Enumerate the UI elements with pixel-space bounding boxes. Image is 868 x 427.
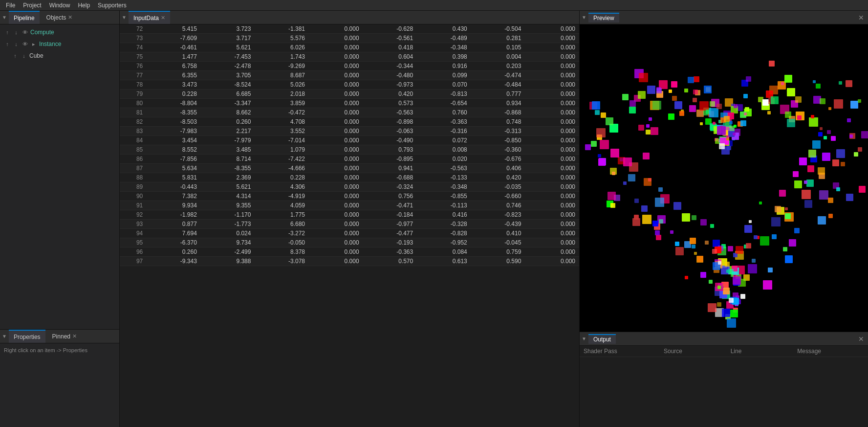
cell-value: 0.000 [525, 34, 579, 43]
cell-value: -0.895 [363, 155, 417, 164]
cube-particle [694, 252, 697, 255]
cube-particle [809, 117, 818, 127]
output-close-icon[interactable]: ✕ [856, 335, 866, 343]
cell-value: 0.748 [471, 117, 525, 127]
eye-icon-compute[interactable]: 👁 [22, 29, 28, 35]
cell-value: 0.000 [309, 257, 363, 266]
cell-value: -7.422 [255, 155, 309, 164]
cube-particle [794, 228, 800, 233]
cube-particle [858, 147, 862, 152]
cube-particle [806, 180, 814, 187]
cell-value: 0.024 [201, 229, 255, 238]
cube-particle [622, 94, 629, 100]
table-row: 74-0.4615.6216.0260.0000.418-0.3480.1050… [120, 43, 579, 52]
cube-particle [802, 190, 811, 199]
cell-value: 5.576 [255, 34, 309, 43]
cube-particle [652, 101, 661, 110]
cell-value: 0.410 [471, 229, 525, 238]
cell-value: -7.856 [147, 155, 201, 164]
cube-particle [612, 172, 615, 175]
cell-value: 0.000 [309, 24, 363, 34]
cell-value: 0.000 [309, 90, 363, 99]
up-arrow-icon-3: ↑ [12, 53, 19, 59]
cube-particle [762, 99, 769, 106]
cube-particle [639, 73, 648, 82]
cell-value: 0.000 [309, 220, 363, 229]
cell-value: 3.717 [201, 34, 255, 43]
cell-value: 3.454 [147, 136, 201, 145]
tab-pipeline[interactable]: Pipeline [9, 11, 40, 24]
cell-value: 3.859 [255, 99, 309, 108]
cell-value: 0.000 [525, 192, 579, 201]
cell-value: -3.078 [255, 257, 309, 266]
cell-value: 8.714 [201, 155, 255, 164]
cell-value: 0.604 [363, 52, 417, 62]
inputdata-close-icon[interactable]: ✕ [161, 15, 165, 21]
menu-help[interactable]: Help [74, 1, 94, 10]
cell-value: 8.687 [255, 71, 309, 80]
cube-particle [719, 143, 725, 149]
cell-value: 3.705 [201, 71, 255, 80]
row-index: 87 [120, 164, 147, 173]
preview-header: ▼ Preview ✕ [580, 11, 868, 24]
tree-item-compute[interactable]: ↑ ↓ 👁 Compute [0, 26, 119, 38]
cell-value: 0.084 [417, 247, 471, 257]
tab-preview[interactable]: Preview [588, 13, 619, 22]
tree-item-instance[interactable]: ↑ ↓ 👁 ▸ Instance [0, 38, 119, 50]
menu-project[interactable]: Project [19, 1, 45, 10]
cube-particle [740, 120, 746, 126]
output-header: ▼ Output ✕ [580, 332, 868, 346]
menu-window[interactable]: Window [45, 1, 74, 10]
objects-close-icon[interactable]: ✕ [68, 14, 72, 21]
cell-value: 0.000 [309, 164, 363, 173]
cell-value: -1.381 [255, 24, 309, 34]
tree-item-cube[interactable]: ↑ ↓ Cube [0, 50, 119, 62]
cell-value: 0.613 [417, 257, 471, 266]
cell-value: -8.503 [147, 117, 201, 127]
cell-value: -0.363 [363, 247, 417, 257]
cube-particle [793, 171, 799, 177]
cube-particle [684, 89, 688, 92]
compute-label: Compute [30, 29, 54, 36]
cube-particle [644, 178, 651, 186]
data-table-wrapper[interactable]: 725.4153.723-1.3810.000-0.6280.430-0.504… [120, 24, 579, 427]
eye-icon-instance[interactable]: 👁 [22, 41, 28, 47]
tab-objects[interactable]: Objects ✕ [42, 11, 78, 24]
main-layout: ▼ Pipeline Objects ✕ ↑ ↓ 👁 Compute ↑ ↓ 👁… [0, 11, 868, 427]
pinned-close-icon[interactable]: ✕ [72, 333, 77, 339]
cube-particle [646, 124, 650, 128]
tab-output[interactable]: Output [588, 334, 616, 344]
cell-value: -0.828 [417, 229, 471, 238]
cube-particle [771, 217, 781, 226]
tab-properties[interactable]: Properties [9, 330, 45, 343]
preview-close-icon[interactable]: ✕ [856, 14, 866, 22]
cell-value: -0.113 [417, 201, 471, 210]
cell-value: -0.133 [417, 173, 471, 182]
row-index: 79 [120, 90, 147, 99]
cell-value: 0.228 [255, 173, 309, 182]
cell-value: 0.000 [525, 80, 579, 90]
tab-pinned[interactable]: Pinned ✕ [47, 330, 82, 343]
cell-value: 0.000 [309, 229, 363, 238]
cell-value: 0.760 [417, 108, 471, 117]
cube-particle [769, 61, 775, 67]
tab-inputdata[interactable]: InputData ✕ [129, 11, 170, 24]
cube-particle [634, 199, 639, 203]
menu-supporters[interactable]: Supporters [94, 1, 130, 10]
cube-particle [733, 133, 736, 135]
row-index: 76 [120, 62, 147, 71]
cell-value: 6.758 [147, 62, 201, 71]
cell-value: -0.628 [363, 24, 417, 34]
cube-particle [745, 107, 749, 112]
cube-particle [771, 96, 779, 104]
cell-value: 0.000 [309, 127, 363, 136]
cube-particle [820, 127, 823, 130]
collapse-icon-instance[interactable]: ▸ [30, 41, 37, 47]
cube-particle [744, 112, 747, 115]
menu-file[interactable]: File [2, 1, 19, 10]
cube-particle [591, 141, 597, 147]
table-row: 776.3553.7058.6870.000-0.4800.099-0.4740… [120, 71, 579, 80]
cell-value: -2.478 [201, 62, 255, 71]
cube-particle [628, 174, 635, 181]
cube-particle [655, 198, 664, 207]
